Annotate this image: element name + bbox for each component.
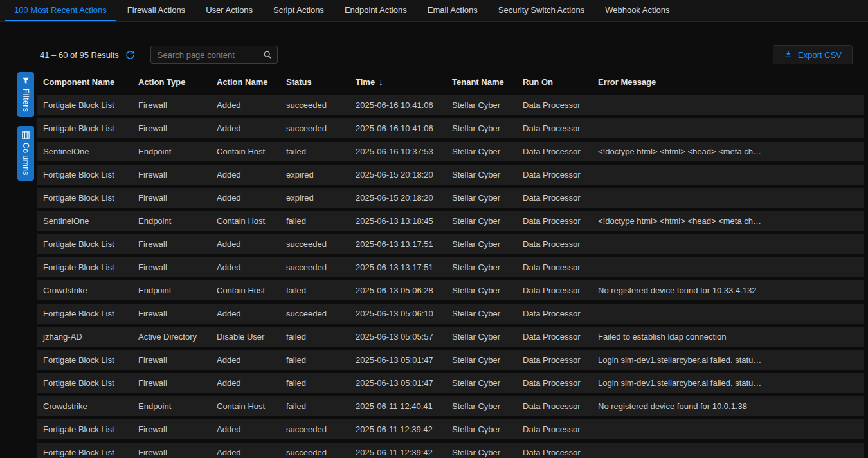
tab-webhook-actions[interactable]: Webhook Actions [596,0,678,21]
table-cell: Contain Host [211,286,280,295]
table-row[interactable]: Fortigate Block ListFirewallAddedexpired… [37,165,864,185]
column-header-action-name[interactable]: Action Name [211,77,280,87]
table-cell: 2025-06-16 10:41:06 [350,100,446,110]
table-cell: expired [280,170,350,179]
table-row[interactable]: Fortigate Block ListFirewallAddedsucceed… [37,443,864,458]
table-cell: 2025-06-13 05:05:57 [350,332,446,342]
export-csv-button[interactable]: Export CSV [773,45,853,64]
table-cell: Failed to establish ldap connection [592,332,864,342]
table-cell: 2025-06-16 10:37:53 [350,147,446,156]
table-row[interactable]: Fortigate Block ListFirewallAddedfailed2… [37,350,864,370]
table-cell: 2025-06-13 05:06:10 [350,309,446,318]
table-cell: 2025-06-13 13:18:45 [350,216,446,226]
table-cell: Firewall [132,124,211,133]
table-cell: <!doctype html> <html> <head> <meta ch… [592,147,864,156]
table-cell: succeeded [280,239,350,249]
table-cell: Firewall [132,239,211,249]
columns-icon [22,131,30,139]
filters-button[interactable]: Filters [17,72,34,117]
table-cell: Firewall [132,170,211,179]
table-cell: succeeded [280,425,350,434]
table-row[interactable]: Fortigate Block ListFirewallAddedexpired… [37,188,864,208]
column-header-error-message[interactable]: Error Message [592,77,864,87]
table-cell: Contain Host [211,401,280,411]
table-cell: Firewall [132,355,211,365]
table-cell: Stellar Cyber [446,100,517,110]
table-cell: Data Processor [517,355,592,365]
table-cell: No registered device found for 10.0.1.38 [592,401,864,411]
table-cell: Data Processor [517,124,592,133]
table-cell: Data Processor [517,193,592,203]
table-cell: Stellar Cyber [446,425,517,434]
recent-actions-page: 100 Most Recent ActionsFirewall ActionsU… [0,0,868,458]
table-cell: succeeded [280,124,350,133]
table-row[interactable]: Fortigate Block ListFirewallAddedsucceed… [37,419,864,439]
table-cell: Added [211,124,280,133]
tab-script-actions[interactable]: Script Actions [264,0,333,21]
table-cell: Stellar Cyber [446,216,517,226]
filter-icon [22,77,30,85]
tab-email-actions[interactable]: Email Actions [419,0,487,21]
table-cell: Stellar Cyber [446,309,517,318]
table-row[interactable]: jzhang-ADActive DirectoryDisable Userfai… [37,327,864,347]
column-label: Action Name [217,77,267,87]
table-cell: succeeded [280,309,350,318]
table-cell: Contain Host [211,216,280,226]
search-input[interactable] [156,50,263,60]
table-row[interactable]: Fortigate Block ListFirewallAddedsucceed… [37,234,864,254]
table-cell: Added [211,193,280,203]
filters-label: Filters [21,89,30,112]
table-cell: succeeded [280,262,350,272]
table-cell: Firewall [132,100,211,110]
tab-user-actions[interactable]: User Actions [197,0,262,21]
column-label: Status [286,77,312,87]
table-cell: Fortigate Block List [37,355,132,365]
table-row[interactable]: Fortigate Block ListFirewallAddedfailed2… [37,373,864,393]
table-row[interactable]: Fortigate Block ListFirewallAddedsucceed… [37,257,864,277]
table-cell: Stellar Cyber [446,332,517,342]
table-cell: Data Processor [517,239,592,249]
column-header-status[interactable]: Status [280,77,350,87]
table-cell: failed [280,378,350,388]
table-cell: failed [280,332,350,342]
refresh-icon[interactable] [125,50,135,60]
table-cell: Stellar Cyber [446,170,517,179]
search-icon[interactable] [263,50,272,59]
table-cell: Added [211,100,280,110]
table-cell: Fortigate Block List [37,124,132,133]
table-cell: Added [211,355,280,365]
table-row[interactable]: Fortigate Block ListFirewallAddedsucceed… [37,95,864,115]
table-row[interactable]: SentinelOneEndpointContain Hostfailed202… [37,211,864,231]
table-cell: Data Processor [517,332,592,342]
column-header-component-name[interactable]: Component Name [37,77,132,87]
table-cell: <!doctype html> <html> <head> <meta ch… [592,216,864,226]
table-row[interactable]: CrowdstrikeEndpointContain Hostfailed202… [37,396,864,416]
column-header-time[interactable]: Time↓ [350,77,446,87]
table-cell: Endpoint [132,286,211,295]
table-cell: 2025-06-15 20:18:20 [350,170,446,179]
table-row[interactable]: CrowdstrikeEndpointContain Hostfailed202… [37,280,864,300]
table-cell: 2025-06-11 12:39:42 [350,425,446,434]
column-label: Action Type [138,77,185,87]
table-cell: Added [211,262,280,272]
columns-button[interactable]: Columns [17,126,34,181]
tab-firewall-actions[interactable]: Firewall Actions [118,0,194,21]
table-cell: Stellar Cyber [446,378,517,388]
table-cell: Fortigate Block List [37,193,132,203]
table-row[interactable]: SentinelOneEndpointContain Hostfailed202… [37,142,864,161]
table-cell: Firewall [132,193,211,203]
table-row[interactable]: Fortigate Block ListFirewallAddedsucceed… [37,118,864,138]
sort-descending-icon[interactable]: ↓ [379,77,383,87]
column-header-action-type[interactable]: Action Type [132,77,211,87]
table-cell: Crowdstrike [37,401,132,411]
table-row[interactable]: Fortigate Block ListFirewallAddedsucceed… [37,304,864,324]
tab-endpoint-actions[interactable]: Endpoint Actions [336,0,416,21]
table-cell: Stellar Cyber [446,262,517,272]
column-header-run-on[interactable]: Run On [517,77,592,87]
tab-100-most-recent-actions[interactable]: 100 Most Recent Actions [5,0,116,21]
table-cell: Stellar Cyber [446,448,517,457]
column-header-tenant-name[interactable]: Tenant Name [446,77,517,87]
table-cell: failed [280,147,350,156]
tab-security-switch-actions[interactable]: Security Switch Actions [489,0,593,21]
table-cell: 2025-06-13 13:17:51 [350,239,446,249]
